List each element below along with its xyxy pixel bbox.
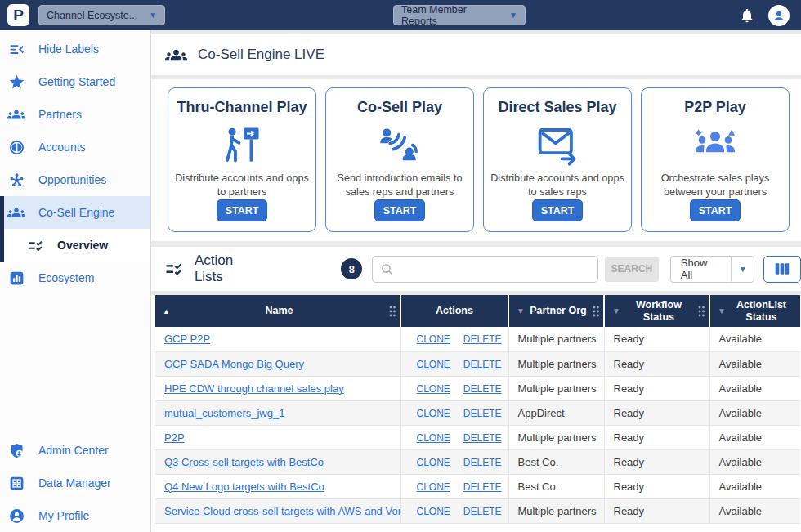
report-selector[interactable]: Team Member Reports ▼ xyxy=(393,5,526,25)
search-input[interactable] xyxy=(394,257,597,282)
partner-org-cell: Best Co. xyxy=(508,449,604,474)
action-list-name-link[interactable]: GCP P2P xyxy=(164,333,210,345)
checklist-icon xyxy=(26,236,44,254)
column-header-workflow-status[interactable]: ▼ Workflow Status xyxy=(604,295,709,327)
connect-people-icon xyxy=(378,119,422,170)
partner-group-icon xyxy=(692,119,738,170)
action-list-name-link[interactable]: GCP SADA Mongo Big Query xyxy=(164,358,304,370)
card-thru-channel-play: Thru-Channel Play Distribute xyxy=(168,87,316,232)
workflow-status-cell: Ready xyxy=(604,351,709,376)
clone-link[interactable]: CLONE xyxy=(417,359,450,370)
page-header: Co-Sell Engine LIVE xyxy=(151,34,801,75)
drag-handle-icon[interactable] xyxy=(388,305,396,318)
forward-mail-icon xyxy=(535,119,579,170)
delete-link[interactable]: DELETE xyxy=(463,506,502,517)
partner-org-cell: Multiple partners xyxy=(508,351,604,376)
sidebar-item-my-profile[interactable]: My Profile xyxy=(0,499,150,532)
notifications-bell-icon[interactable] xyxy=(739,7,755,24)
grid-icon xyxy=(7,474,25,492)
action-list-name-link[interactable]: mutual_customers_jwg_1 xyxy=(164,407,284,419)
workflow-status-cell: Ready xyxy=(604,327,709,351)
drag-handle-icon[interactable] xyxy=(592,305,600,318)
workflow-status-cell: Ready xyxy=(604,474,709,498)
filter-caret-icon[interactable]: ▼ xyxy=(608,306,620,315)
columns-button[interactable] xyxy=(763,256,801,283)
action-list-name-link[interactable]: HPE CDW through channel sales play xyxy=(164,382,344,395)
sidebar-item-partners[interactable]: Partners xyxy=(0,98,150,131)
search-icon xyxy=(380,262,394,276)
sidebar-item-admin-center[interactable]: Admin Center xyxy=(0,434,150,467)
search-button[interactable]: SEARCH xyxy=(605,257,659,282)
start-co-sell-button[interactable]: START xyxy=(374,199,425,221)
clone-link[interactable]: CLONE xyxy=(417,333,450,345)
sidebar-item-overview[interactable]: Overview xyxy=(0,229,150,262)
delete-link[interactable]: DELETE xyxy=(463,359,502,370)
delete-link[interactable]: DELETE xyxy=(463,481,502,493)
column-header-actionlist-status[interactable]: ▼ ActionList Status xyxy=(709,295,800,327)
sidebar-item-getting-started[interactable]: Getting Started xyxy=(0,65,150,98)
start-p2p-button[interactable]: START xyxy=(690,199,741,221)
sidebar-item-hide-labels[interactable]: Hide Labels xyxy=(0,33,150,65)
table-row: P2PCLONEDELETEMultiple partnersReadyAvai… xyxy=(155,425,800,449)
workflow-status-cell: Ready xyxy=(604,376,709,400)
start-thru-channel-button[interactable]: START xyxy=(217,199,267,221)
clone-link[interactable]: CLONE xyxy=(417,481,450,493)
actionlist-status-cell: Available xyxy=(709,376,800,400)
workspace-selector[interactable]: Channel Ecosyste... ▼ xyxy=(38,5,165,25)
bar-chart-icon xyxy=(7,269,25,287)
action-list-name-link[interactable]: Q3 Cross-sell targets with BestCo xyxy=(164,456,324,468)
delete-link[interactable]: DELETE xyxy=(463,383,502,395)
action-list-name-link[interactable]: Q4 New Logo targets with BestCo xyxy=(164,481,324,493)
start-direct-sales-button[interactable]: START xyxy=(532,199,583,221)
actionlist-status-cell: Available xyxy=(709,351,800,376)
partner-org-cell: Multiple partners xyxy=(508,376,604,400)
filter-dropdown[interactable]: Show All ▼ xyxy=(670,256,754,283)
app-logo[interactable]: P xyxy=(7,4,29,26)
card-title: P2P Play xyxy=(684,99,746,116)
sort-asc-icon: ▲ xyxy=(159,307,170,315)
workspace-selector-label: Channel Ecosyste... xyxy=(47,10,137,21)
filter-value: Show All xyxy=(671,257,732,281)
hub-network-icon xyxy=(7,171,25,189)
accounts-disc-icon xyxy=(7,138,25,156)
card-p2p-play: P2P Play Orchestrate sales plays between… xyxy=(641,87,790,232)
action-list-name-link[interactable]: P2P xyxy=(164,431,185,444)
card-title: Thru-Channel Play xyxy=(177,99,307,116)
delete-link[interactable]: DELETE xyxy=(463,457,502,468)
filter-caret-icon[interactable]: ▼ xyxy=(714,306,726,315)
sidebar-item-data-manager[interactable]: Data Manager xyxy=(0,467,150,499)
action-list-name-link[interactable]: Service Cloud cross-sell targets with AW… xyxy=(164,505,400,517)
column-header-actions[interactable]: Actions xyxy=(400,295,508,327)
groups-icon xyxy=(165,44,187,66)
partner-org-cell: Multiple partners xyxy=(508,327,604,351)
card-description: Orchestrate sales plays between your par… xyxy=(648,172,782,199)
page-title: Co-Sell Engine LIVE xyxy=(198,47,324,63)
person-icon xyxy=(772,8,786,23)
report-selector-label: Team Member Reports xyxy=(401,4,498,27)
delete-link[interactable]: DELETE xyxy=(463,333,502,345)
column-header-name[interactable]: ▲ Name xyxy=(155,295,400,327)
card-description: Distribute accounts and opps to sales re… xyxy=(490,172,624,199)
sidebar-item-ecosystem[interactable]: Ecosystem xyxy=(0,262,150,294)
sidebar-item-accounts[interactable]: Accounts xyxy=(0,131,150,163)
clone-link[interactable]: CLONE xyxy=(417,506,450,517)
star-icon xyxy=(7,73,25,91)
delete-link[interactable]: DELETE xyxy=(463,408,502,419)
table-row: Service Cloud cross-sell targets with AW… xyxy=(155,498,800,523)
sidebar-item-opportunities[interactable]: Opportunities xyxy=(0,163,150,196)
clone-link[interactable]: CLONE xyxy=(417,457,450,468)
chevron-down-icon: ▼ xyxy=(149,11,157,20)
table-row: HPE CDW through channel sales playCLONED… xyxy=(155,376,800,400)
clone-link[interactable]: CLONE xyxy=(417,432,450,444)
user-avatar[interactable] xyxy=(768,5,790,26)
drag-handle-icon[interactable] xyxy=(697,305,705,318)
column-header-partner-org[interactable]: ▼ Partner Org xyxy=(508,295,604,327)
sidebar-item-co-sell-engine[interactable]: Co-Sell Engine xyxy=(0,196,150,229)
people-icon xyxy=(7,105,25,123)
filter-caret-icon[interactable]: ▼ xyxy=(512,306,525,315)
partner-org-cell: Multiple partners xyxy=(508,425,604,449)
clone-link[interactable]: CLONE xyxy=(417,408,450,419)
workflow-status-cell: Ready xyxy=(604,449,709,474)
clone-link[interactable]: CLONE xyxy=(417,383,450,395)
delete-link[interactable]: DELETE xyxy=(463,432,502,444)
